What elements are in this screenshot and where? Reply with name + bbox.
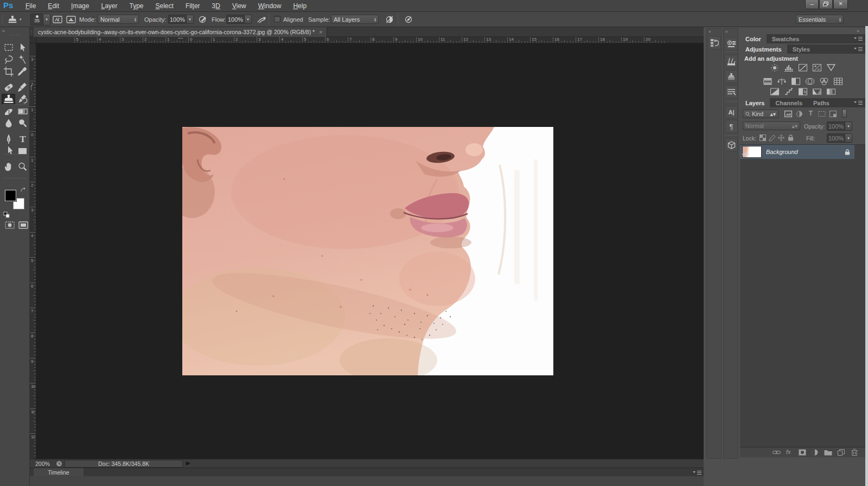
3d-panel-icon[interactable] xyxy=(725,138,738,151)
lock-position-icon[interactable] xyxy=(778,135,784,141)
lock-transparency-icon[interactable] xyxy=(760,135,766,141)
tab-paths[interactable]: Paths xyxy=(808,98,835,107)
black-white-adjustment-icon[interactable] xyxy=(790,77,802,86)
invert-adjustment-icon[interactable] xyxy=(769,87,781,96)
selective-color-adjustment-icon[interactable] xyxy=(825,87,837,96)
blur-tool[interactable] xyxy=(2,118,15,129)
hue-saturation-adjustment-icon[interactable] xyxy=(762,77,774,86)
aligned-checkbox[interactable] xyxy=(274,16,280,22)
close-button[interactable]: × xyxy=(833,0,848,9)
channel-mixer-adjustment-icon[interactable] xyxy=(818,77,830,86)
path-selection-tool[interactable] xyxy=(2,145,15,156)
link-layers-icon[interactable] xyxy=(773,450,781,455)
brush-presets-panel-icon[interactable] xyxy=(725,55,738,68)
adjustments-panel-menu-icon[interactable] xyxy=(854,44,865,54)
eraser-tool[interactable] xyxy=(2,106,15,117)
horizontal-ruler[interactable]: 5432101234567891011121314151617181920 xyxy=(36,37,704,43)
layer-opacity-value[interactable]: 100% xyxy=(827,122,845,131)
curves-adjustment-icon[interactable] xyxy=(797,63,809,72)
gradient-tool[interactable] xyxy=(16,106,29,117)
filtering-toggle[interactable] xyxy=(842,109,847,118)
dock-collapse-icon[interactable]: « xyxy=(707,29,721,35)
status-menu-arrow-icon[interactable]: ▶ xyxy=(186,460,190,466)
layer-fill-caret[interactable]: ▾ xyxy=(845,133,852,143)
dock-collapse-icon-2[interactable]: « xyxy=(724,29,738,35)
foreground-color-swatch[interactable] xyxy=(5,190,16,201)
lock-all-icon[interactable] xyxy=(788,135,794,141)
menu-3d[interactable]: 3D xyxy=(206,2,226,10)
brightness-contrast-adjustment-icon[interactable] xyxy=(769,63,781,72)
color-lookup-adjustment-icon[interactable] xyxy=(832,77,844,86)
menu-file[interactable]: File xyxy=(20,2,42,10)
color-panel-menu-icon[interactable] xyxy=(854,34,865,43)
new-adjustment-layer-icon[interactable] xyxy=(812,449,818,456)
canvas-pasteboard[interactable] xyxy=(36,43,704,459)
layer-row-background[interactable]: Background xyxy=(740,145,854,159)
posterize-adjustment-icon[interactable] xyxy=(783,87,795,96)
clone-source-panel-icon[interactable] xyxy=(725,70,738,83)
document-tab-close-icon[interactable]: × xyxy=(319,29,322,35)
layer-name[interactable]: Background xyxy=(766,149,798,155)
status-sync-icon[interactable] xyxy=(56,461,62,467)
levels-adjustment-icon[interactable] xyxy=(783,63,795,72)
document-image[interactable] xyxy=(182,127,553,375)
filter-shape-layers-icon[interactable] xyxy=(817,110,826,118)
vibrance-adjustment-icon[interactable] xyxy=(825,63,837,72)
dock-expand-icon[interactable]: » xyxy=(857,28,859,34)
lock-pixels-icon[interactable] xyxy=(769,135,776,141)
quick-selection-tool[interactable] xyxy=(16,54,29,65)
mode-select[interactable]: Normal ▴▾ xyxy=(98,15,139,24)
default-colors-icon[interactable] xyxy=(3,212,10,218)
brush-picker[interactable]: 35 ▾ xyxy=(30,14,50,25)
history-brush-tool[interactable] xyxy=(16,94,29,105)
tool-preset-picker[interactable]: ▾ xyxy=(7,14,22,25)
layer-effects-icon[interactable]: fx xyxy=(786,449,791,455)
rectangular-marquee-tool[interactable] xyxy=(2,42,15,53)
menu-select[interactable]: Select xyxy=(150,2,180,10)
hand-tool[interactable] xyxy=(2,161,15,172)
tab-layers[interactable]: Layers xyxy=(740,98,770,107)
document-size-readout[interactable]: Doc: 345.8K/345.8K xyxy=(65,460,183,468)
mini-bridge-panel-icon[interactable] xyxy=(725,37,738,50)
menu-image[interactable]: Image xyxy=(65,2,95,10)
opacity-caret[interactable]: ▾ xyxy=(187,15,194,24)
workspace-select[interactable]: Essentials ▴▾ xyxy=(796,15,844,24)
exposure-adjustment-icon[interactable] xyxy=(811,63,823,72)
restore-button[interactable] xyxy=(819,0,833,9)
flow-value[interactable]: 100% xyxy=(226,15,245,24)
screen-mode-icon[interactable] xyxy=(18,221,28,229)
vertical-ruler[interactable]: 3210123456789101112 xyxy=(30,43,36,459)
photo-filter-adjustment-icon[interactable] xyxy=(804,77,816,86)
tab-color[interactable]: Color xyxy=(740,34,767,43)
layer-fill-value[interactable]: 100% xyxy=(827,133,845,143)
pressure-opacity-icon[interactable] xyxy=(196,14,209,25)
quick-mask-icon[interactable] xyxy=(5,221,15,229)
menu-help[interactable]: Help xyxy=(287,2,312,10)
move-tool[interactable] xyxy=(16,42,29,53)
history-panel-icon[interactable] xyxy=(708,36,721,49)
timeline-panel-menu-icon[interactable] xyxy=(693,470,701,475)
new-group-icon[interactable] xyxy=(824,449,832,456)
opacity-value[interactable]: 100% xyxy=(168,15,187,24)
pen-tool[interactable] xyxy=(2,133,15,144)
toggle-clone-source-panel-icon[interactable] xyxy=(65,14,78,25)
zoom-tool[interactable] xyxy=(16,161,29,172)
lasso-tool[interactable] xyxy=(2,54,15,65)
paragraph-panel-icon[interactable]: ¶ xyxy=(725,120,738,133)
gradient-map-adjustment-icon[interactable] xyxy=(811,87,823,96)
menu-edit[interactable]: Edit xyxy=(42,2,65,10)
layer-filter-kind-select[interactable]: Kind ▴▾ xyxy=(743,110,778,118)
filter-pixel-layers-icon[interactable] xyxy=(783,110,793,118)
blend-mode-select[interactable]: Normal ▴▾ xyxy=(743,122,800,130)
filter-type-layers-icon[interactable]: T xyxy=(806,110,815,117)
tab-channels[interactable]: Channels xyxy=(770,98,808,107)
character-panel-icon[interactable]: A| xyxy=(725,106,738,119)
tab-adjustments[interactable]: Adjustments xyxy=(740,44,787,54)
sample-select[interactable]: All Layers ▴▾ xyxy=(331,15,379,24)
tab-swatches[interactable]: Swatches xyxy=(767,34,805,43)
add-layer-mask-icon[interactable] xyxy=(799,449,806,456)
filter-adjustment-layers-icon[interactable] xyxy=(795,110,804,118)
toggle-brush-panel-icon[interactable] xyxy=(51,14,64,25)
spot-healing-brush-tool[interactable] xyxy=(2,82,15,93)
menu-type[interactable]: Type xyxy=(123,2,149,10)
